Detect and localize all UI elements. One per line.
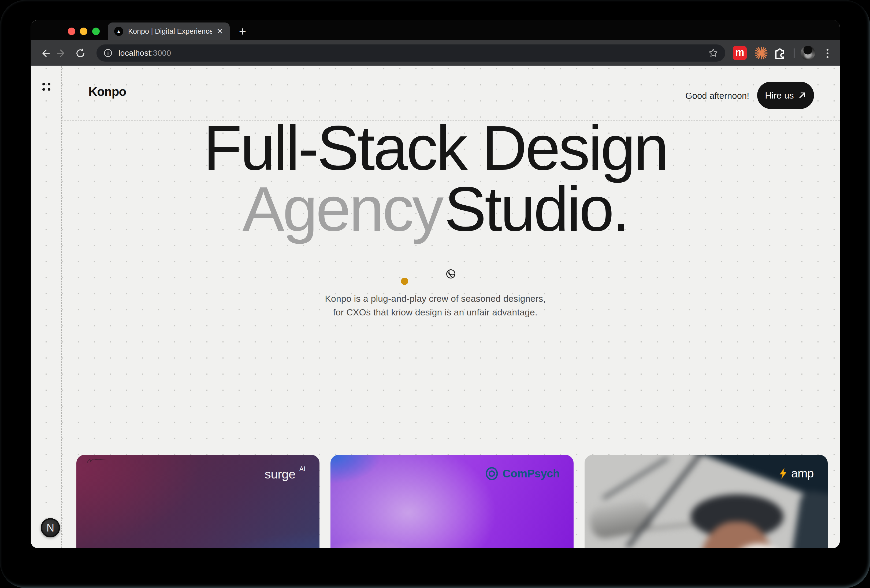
browser-window: ▲ Konpo | Digital Experiences ✕ + localh… (31, 20, 840, 548)
new-tab-button[interactable]: + (235, 24, 250, 39)
back-icon[interactable] (39, 40, 51, 66)
hero-word-agency: Agency (242, 174, 442, 244)
arrow-up-right-icon (798, 91, 806, 99)
reload-icon[interactable] (74, 40, 87, 66)
accent-dot (401, 278, 408, 285)
intro-line-1: Konpo is a plug-and-play crew of seasone… (31, 292, 840, 306)
tab-strip: ▲ Konpo | Digital Experiences ✕ + (31, 20, 840, 40)
screenshot-canvas: ▲ Konpo | Digital Experiences ✕ + localh… (0, 0, 870, 588)
url-text: localhost:3000 (118, 49, 171, 58)
starburst-extension-icon[interactable] (754, 46, 768, 60)
site-info-icon[interactable] (103, 49, 113, 58)
hire-us-button[interactable]: Hire us (757, 82, 814, 109)
surge-wordmark: surge (265, 467, 295, 481)
fullscreen-window-button[interactable] (92, 28, 100, 35)
profile-avatar[interactable] (801, 46, 815, 60)
url-bar[interactable]: localhost:3000 (97, 45, 725, 62)
project-card-compsych[interactable]: ComPsych (331, 455, 574, 548)
hero-line-1: Full-Stack Design (31, 117, 840, 178)
tab-close-icon[interactable]: ✕ (216, 27, 223, 35)
close-window-button[interactable] (68, 28, 75, 35)
nextjs-dev-badge[interactable]: N (41, 518, 60, 538)
surge-ai-superscript: AI (299, 465, 305, 473)
compsych-rings-icon (485, 467, 499, 481)
amp-wordmark: amp (791, 467, 814, 480)
tab-favicon-triangle-icon: ▲ (114, 27, 123, 36)
intro-line-2: for CXOs that know design is an unfair a… (31, 306, 840, 319)
browser-menu-icon[interactable] (822, 47, 833, 60)
extensions-puzzle-icon[interactable] (773, 47, 786, 59)
url-port: :3000 (150, 49, 171, 57)
surge-logo: surgeAI (265, 467, 305, 481)
intro-copy: Konpo is a plug-and-play crew of seasone… (31, 292, 840, 319)
globe-doodle-icon (445, 269, 456, 279)
mendeley-extension-icon[interactable]: m (733, 46, 747, 60)
grid-menu-icon[interactable] (42, 83, 51, 91)
url-host: localhost (118, 49, 150, 57)
minimize-window-button[interactable] (80, 28, 87, 35)
scribble-doodle (86, 457, 107, 464)
toolbar-separator (794, 48, 795, 58)
site-logo[interactable]: Konpo (88, 84, 126, 99)
project-card-surge[interactable]: surgeAI (76, 455, 319, 548)
greeting-text: Good afternoon! (685, 91, 749, 101)
hero-heading: Full-Stack Design AgencyStudio. (31, 117, 840, 240)
amp-logo: amp (779, 467, 814, 480)
lightning-bolt-icon (779, 468, 787, 479)
hire-us-label: Hire us (765, 90, 794, 101)
browser-toolbar: localhost:3000 m (31, 40, 840, 66)
forward-icon[interactable] (55, 40, 68, 66)
compsych-wordmark: ComPsych (502, 467, 560, 480)
tab-title: Konpo | Digital Experiences (128, 27, 212, 36)
hero-word-studio: Studio. (444, 174, 628, 244)
bookmark-star-icon[interactable] (708, 48, 718, 58)
nextjs-n: N (47, 522, 54, 534)
browser-tab[interactable]: ▲ Konpo | Digital Experiences ✕ (108, 22, 230, 40)
hero-line-2: AgencyStudio. (31, 178, 840, 240)
project-card-amp[interactable]: amp (585, 455, 828, 548)
compsych-logo: ComPsych (485, 467, 560, 481)
page-viewport: Konpo Good afternoon! Hire us Full-Stack… (31, 66, 840, 548)
